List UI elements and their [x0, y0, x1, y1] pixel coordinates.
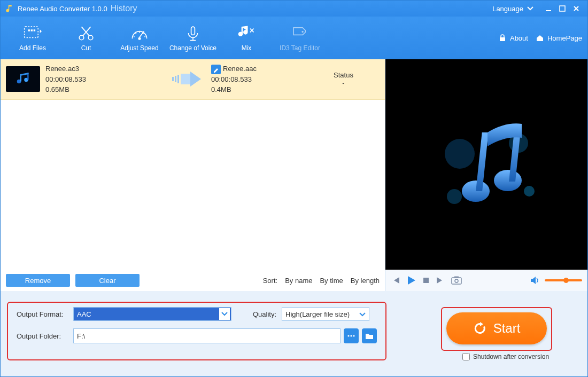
shutdown-checkbox[interactable]: Shutdown after conversion	[462, 353, 549, 360]
svg-point-15	[301, 31, 303, 33]
volume-icon[interactable]	[530, 276, 539, 285]
svg-point-9	[134, 36, 135, 37]
lock-icon	[498, 34, 507, 42]
svg-point-34	[455, 279, 458, 282]
tool-label: Add Files	[19, 44, 46, 52]
svg-rect-0	[546, 10, 551, 11]
language-dropdown[interactable]: Language	[492, 5, 534, 13]
preview-display	[385, 59, 587, 270]
homepage-link[interactable]: HomePage	[536, 34, 582, 42]
snapshot-button[interactable]	[451, 276, 462, 285]
adjust-speed-button[interactable]: Adjust Speed	[113, 24, 166, 52]
chevron-down-icon	[359, 310, 366, 318]
source-file-duration: 00:00:08.533	[45, 74, 163, 85]
svg-rect-35	[454, 276, 459, 278]
svg-point-37	[350, 335, 352, 336]
home-icon	[536, 34, 544, 42]
folder-icon	[365, 332, 374, 340]
next-button[interactable]	[436, 276, 445, 285]
file-thumbnail	[6, 66, 40, 92]
shutdown-label: Shutdown after conversion	[473, 353, 549, 360]
music-note-icon	[13, 69, 33, 89]
app-window: Renee Audio Converter 1.0.0 History Lang…	[0, 0, 588, 377]
preview-music-icon	[422, 100, 551, 229]
quality-select[interactable]: High(Larger file size)	[282, 307, 369, 321]
shutdown-checkbox-input[interactable]	[462, 353, 470, 360]
browse-button[interactable]	[344, 328, 359, 343]
output-file-size: 0.4MB	[211, 84, 307, 95]
bottom-panel: Output Format: AAC Quality: High(Larger …	[1, 291, 587, 376]
file-list-empty	[1, 100, 385, 270]
svg-point-7	[88, 35, 93, 40]
homepage-label: HomePage	[547, 34, 582, 42]
id3-editor-button[interactable]: ID3 Tag Editor	[273, 24, 327, 52]
sort-by-name[interactable]: By name	[285, 277, 312, 285]
output-file-name: Renee.aac	[223, 65, 257, 73]
change-voice-button[interactable]: Change of Voice	[166, 24, 220, 52]
svg-rect-21	[172, 77, 174, 81]
remove-button[interactable]: Remove	[6, 274, 70, 287]
refresh-icon	[473, 321, 487, 335]
svg-point-38	[353, 335, 354, 336]
output-folder-input[interactable]: F:\	[73, 328, 341, 343]
tool-label: Mix	[242, 44, 252, 52]
output-format-label: Output Format:	[14, 310, 73, 318]
minimize-button[interactable]	[541, 3, 555, 14]
tool-label: Adjust Speed	[120, 44, 158, 52]
svg-point-26	[447, 189, 462, 204]
source-file-name: Renee.ac3	[45, 64, 163, 74]
close-button[interactable]	[569, 3, 583, 14]
svg-rect-33	[452, 278, 461, 284]
file-row[interactable]: Renee.ac3 00:00:08.533 0.65MB Renee.aac …	[1, 59, 385, 100]
edit-icon[interactable]	[211, 65, 221, 74]
title-bar: Renee Audio Converter 1.0.0 History Lang…	[1, 1, 587, 17]
volume-slider[interactable]	[545, 279, 582, 281]
mix-button[interactable]: Mix	[220, 24, 273, 52]
output-format-select[interactable]: AAC	[73, 307, 231, 321]
clear-button[interactable]: Clear	[75, 274, 140, 287]
start-button[interactable]: Start	[446, 312, 547, 344]
quality-label: Quality:	[253, 310, 276, 318]
open-folder-button[interactable]	[362, 328, 377, 343]
svg-rect-23	[177, 75, 179, 83]
preview-column	[385, 59, 587, 291]
svg-rect-30	[476, 132, 489, 191]
stop-button[interactable]	[422, 276, 430, 285]
chevron-down-icon	[527, 6, 534, 11]
cut-button[interactable]: Cut	[59, 24, 113, 52]
prev-button[interactable]	[391, 276, 400, 285]
output-format-value: AAC	[77, 310, 91, 318]
svg-rect-5	[34, 29, 35, 31]
output-folder-label: Output Folder:	[14, 332, 73, 340]
language-label: Language	[492, 5, 523, 13]
source-file-info: Renee.ac3 00:00:08.533 0.65MB	[45, 64, 163, 95]
sort-by-time[interactable]: By time	[320, 277, 343, 285]
svg-rect-1	[560, 6, 565, 11]
svg-rect-16	[500, 37, 505, 41]
dots-icon	[347, 334, 355, 338]
sort-label: Sort:	[263, 277, 277, 285]
tool-label: ID3 Tag Editor	[280, 44, 320, 52]
add-files-button[interactable]: Add Files	[6, 24, 59, 52]
tool-label: Change of Voice	[169, 44, 216, 52]
main-toolbar: Add Files Cut Adjust Speed Change of Voi…	[1, 17, 587, 59]
svg-point-13	[144, 36, 145, 37]
history-link[interactable]: History	[111, 4, 137, 13]
svg-rect-3	[28, 29, 30, 31]
status-label: Status	[307, 71, 380, 79]
svg-rect-14	[191, 27, 195, 35]
svg-point-29	[494, 170, 522, 191]
svg-point-11	[139, 32, 140, 33]
about-link[interactable]: About	[498, 34, 528, 42]
file-status: Status -	[307, 71, 380, 87]
svg-point-6	[79, 35, 84, 40]
maximize-button[interactable]	[555, 3, 569, 14]
svg-point-12	[143, 33, 144, 34]
svg-point-36	[347, 335, 349, 336]
output-file-info: Renee.aac 00:00:08.533 0.4MB	[211, 64, 307, 95]
sort-by-length[interactable]: By length	[351, 277, 380, 285]
app-icon	[5, 4, 14, 13]
play-button[interactable]	[406, 275, 416, 286]
svg-point-10	[135, 33, 136, 34]
list-footer: Remove Clear Sort: By name By time By le…	[1, 270, 385, 291]
